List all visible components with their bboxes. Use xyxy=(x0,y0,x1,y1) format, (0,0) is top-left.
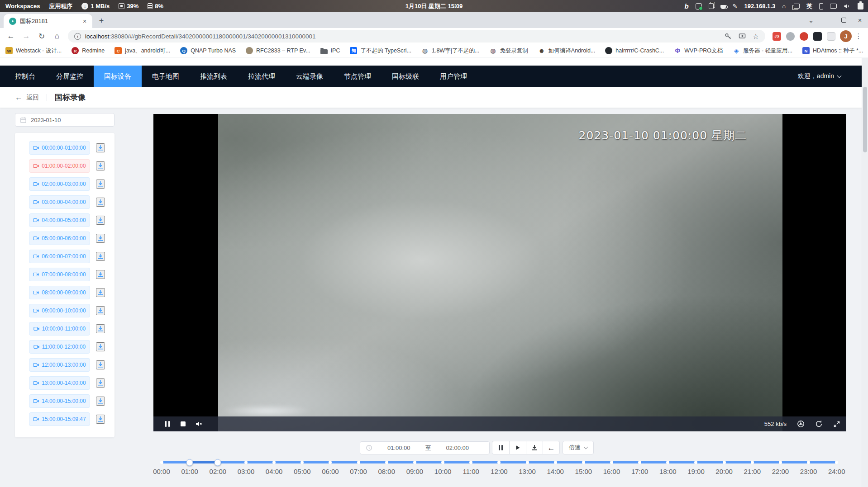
record-segment-button[interactable]: 08:00:00-09:00:00 xyxy=(29,286,90,299)
workspaces-button[interactable]: Workspaces xyxy=(5,3,40,9)
timeline-handle-end[interactable] xyxy=(215,459,221,466)
scrollbar-thumb[interactable] xyxy=(863,87,867,152)
snapshot-button[interactable] xyxy=(797,420,805,428)
date-picker-input[interactable]: 2023-01-10 xyxy=(15,113,114,127)
download-record-button[interactable] xyxy=(96,234,105,243)
bookmark-webstack[interactable]: WWebstack - 设计... xyxy=(5,47,62,55)
profile-avatar[interactable]: J xyxy=(840,30,852,42)
record-segment-button[interactable]: 09:00:00-10:00:00 xyxy=(29,304,90,317)
window-maximize-button[interactable] xyxy=(835,12,852,28)
download-record-button[interactable] xyxy=(96,161,105,170)
bookmark-zhihu-typescript[interactable]: 知了不起的 TypeScri... xyxy=(350,47,411,55)
color-picker-tray-icon[interactable]: ✎ xyxy=(733,3,738,9)
extension-icon-2[interactable] xyxy=(786,32,795,41)
ip-address[interactable]: 192.168.1.3 xyxy=(744,3,775,9)
new-tab-button[interactable]: + xyxy=(95,14,108,27)
window-minimize-button[interactable]: — xyxy=(819,12,835,28)
clock[interactable]: 1月10日 星期二 15∶09 xyxy=(405,2,463,10)
record-segment-button[interactable]: 13:00:00-14:00:00 xyxy=(29,376,90,390)
site-info-icon[interactable]: i xyxy=(74,33,81,40)
record-segment-button[interactable]: 12:00:00-13:00:00 xyxy=(29,358,90,372)
download-playback-button[interactable] xyxy=(526,441,543,454)
user-menu[interactable]: 欢迎，admin xyxy=(798,72,862,80)
record-segment-button[interactable]: 05:00:00-06:00:00 xyxy=(29,232,90,245)
back-link[interactable]: ← 返回 xyxy=(15,94,39,102)
tab-close-icon[interactable]: × xyxy=(81,17,89,25)
record-segment-button[interactable]: 06:00:00-07:00:00 xyxy=(29,250,90,263)
video-player[interactable]: 2023-01-10 01:00:00 星期二 552 kb/s xyxy=(153,114,846,431)
extension-icon-3[interactable] xyxy=(800,32,808,41)
fullscreen-button[interactable] xyxy=(833,421,840,428)
download-record-button[interactable] xyxy=(96,360,105,369)
display-icon[interactable] xyxy=(830,4,837,9)
bookmark-compile-android[interactable]: ☻如何编译Android... xyxy=(538,47,596,55)
bookmark-redmine[interactable]: RRedmine xyxy=(72,47,105,54)
bookmark-typescript-article[interactable]: ◍1.8W字|了不起的... xyxy=(421,47,479,55)
nav-tab-user-manage[interactable]: 用户管理 xyxy=(429,66,477,87)
pause-playback-button[interactable] xyxy=(492,441,509,454)
home-button[interactable]: ⌂ xyxy=(50,29,64,43)
record-segment-button[interactable]: 15:00:00-15:09:47 xyxy=(29,412,90,426)
bing-tray-icon[interactable]: b xyxy=(684,2,688,10)
bookmark-wvp-pro-docs[interactable]: ΦWVP-PRO文档 xyxy=(674,47,723,55)
back-button[interactable]: ← xyxy=(4,29,18,43)
player-mute-button[interactable] xyxy=(191,416,207,431)
window-close-button[interactable]: × xyxy=(852,12,868,28)
applications-button[interactable]: 应用程序 xyxy=(49,2,72,10)
share-icon[interactable] xyxy=(739,33,746,40)
network-indicator[interactable]: ↓ 1 MB/s xyxy=(81,3,110,9)
cpu-indicator[interactable]: 39% xyxy=(119,3,138,9)
forward-button[interactable]: → xyxy=(19,29,33,43)
bookmark-github-crash[interactable]: hairrrrr/C-CrashC... xyxy=(605,47,664,54)
record-segment-button[interactable]: 14:00:00-15:00:00 xyxy=(29,394,90,408)
download-record-button[interactable] xyxy=(96,252,105,261)
nav-tab-console[interactable]: 控制台 xyxy=(5,66,46,87)
download-record-button[interactable] xyxy=(96,143,105,152)
nav-tab-push-list[interactable]: 推流列表 xyxy=(190,66,238,87)
record-segment-button[interactable]: 00:00:00-01:00:00 xyxy=(29,141,90,155)
play-button[interactable] xyxy=(509,441,526,454)
memory-indicator[interactable]: 8% xyxy=(148,3,163,9)
extension-icon-4[interactable] xyxy=(813,32,822,41)
url-text[interactable]: localhost:38080/#/gbRecordDetail/3402000… xyxy=(85,33,720,40)
time-range-picker[interactable]: 01:00:00 至 02:00:00 xyxy=(360,441,490,454)
player-stop-button[interactable] xyxy=(175,416,191,431)
download-record-button[interactable] xyxy=(96,342,105,351)
download-record-button[interactable] xyxy=(96,415,105,424)
bookmark-hdatmos[interactable]: NHDAtmos :: 种子 *... xyxy=(802,47,863,55)
messenger-tray-icon[interactable] xyxy=(696,3,702,9)
download-record-button[interactable] xyxy=(96,324,105,333)
download-record-button[interactable] xyxy=(96,288,105,297)
download-record-button[interactable] xyxy=(96,270,105,279)
download-record-button[interactable] xyxy=(96,397,105,406)
timeline-track[interactable] xyxy=(162,461,837,463)
bookmark-folder-ipc[interactable]: IPC xyxy=(320,47,340,54)
clipboard-tray-icon[interactable] xyxy=(709,3,714,9)
start-time-input[interactable]: 01:00:00 xyxy=(372,444,425,451)
battery-icon[interactable] xyxy=(858,3,863,9)
nav-tab-cloud-record[interactable]: 云端录像 xyxy=(286,66,334,87)
window-switcher-icon[interactable] xyxy=(794,4,800,9)
browser-tab[interactable]: ✦ 国标28181 × xyxy=(4,14,92,28)
nav-tab-pull-proxy[interactable]: 拉流代理 xyxy=(238,66,286,87)
bookmark-cloud-server[interactable]: ◈服务器 - 轻量应用... xyxy=(733,47,792,55)
nav-tab-split-monitor[interactable]: 分屏监控 xyxy=(46,66,94,87)
tab-search-icon[interactable]: ⌄ xyxy=(803,12,819,28)
browser-menu-icon[interactable]: ⋮ xyxy=(853,30,864,42)
record-segment-button[interactable]: 04:00:00-05:00:00 xyxy=(29,213,90,227)
bookmark-star-icon[interactable]: ☆ xyxy=(753,32,759,41)
record-segment-button[interactable]: 02:00:00-03:00:00 xyxy=(29,177,90,191)
nav-tab-gb-cascade[interactable]: 国标级联 xyxy=(382,66,429,87)
bookmark-rfc2833[interactable]: RFC2833 – RTP Ev... xyxy=(246,47,310,54)
record-segment-button[interactable]: 07:00:00-08:00:00 xyxy=(29,268,90,281)
address-bar[interactable]: i localhost:38080/#/gbRecordDetail/34020… xyxy=(68,30,765,43)
download-record-button[interactable] xyxy=(96,378,105,388)
passwords-key-icon[interactable] xyxy=(725,33,732,40)
record-segment-button[interactable]: 10:00:00-11:00:00 xyxy=(29,322,90,336)
extension-icon-5[interactable] xyxy=(827,32,835,41)
home-tray-icon[interactable]: ⌂ xyxy=(782,3,786,9)
phone-link-icon[interactable] xyxy=(819,3,823,9)
step-back-button[interactable]: ← xyxy=(543,441,559,454)
download-record-button[interactable] xyxy=(96,306,105,315)
playback-speed-dropdown[interactable]: 倍速 xyxy=(563,441,594,454)
